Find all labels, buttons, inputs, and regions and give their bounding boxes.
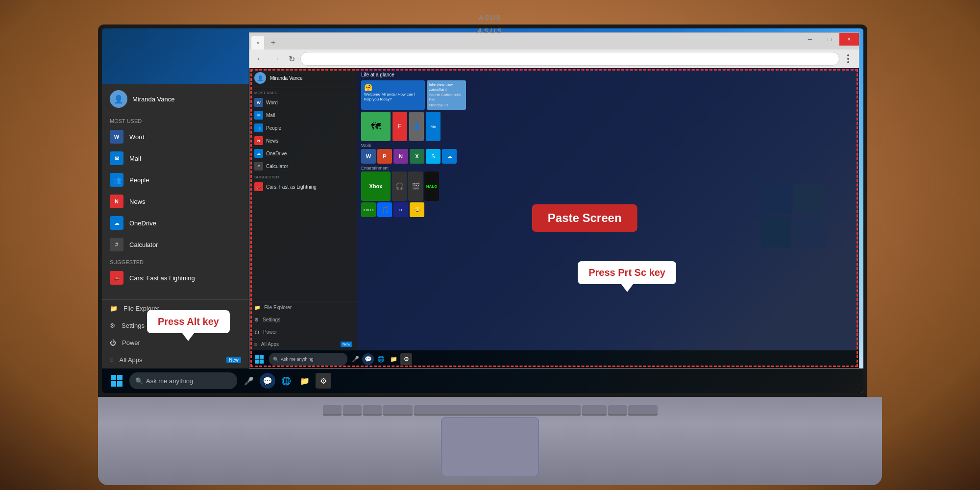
press-prt-sc-text: Press Prt Sc key [588, 267, 665, 278]
browser-content: 👤 Miranda Vance Most used W Word ✉ Mail … [249, 68, 859, 368]
laptop-screen-frame: 🔍 Ask me anything 🎤 💬 🌐 📁 ⚙ 👤 Miranda Va… [98, 24, 867, 397]
suggested-label: Suggested [102, 255, 249, 267]
forward-button[interactable]: → [269, 52, 283, 66]
inner-all-apps[interactable]: ≡All Apps New [249, 338, 357, 350]
taskbar-store-btn[interactable]: ⚙ [316, 373, 331, 389]
refresh-button[interactable]: ↻ [285, 52, 298, 66]
user-avatar: 👤 [110, 90, 127, 108]
active-tab[interactable]: × [251, 36, 264, 49]
maximize-button[interactable]: □ [820, 33, 839, 46]
paste-screen-button[interactable]: Paste Screen [532, 204, 637, 232]
skype-tile[interactable]: S [426, 149, 441, 164]
maps-tile[interactable]: 🗺 [361, 112, 391, 141]
inner-store-btn[interactable]: ⚙ [400, 353, 412, 365]
excel-tile[interactable]: X [410, 149, 424, 164]
key-ctrl-l[interactable] [343, 405, 362, 416]
mail-icon: ✉ [110, 151, 123, 165]
press-prt-sc-callout: Press Prt Sc key [578, 261, 676, 284]
svg-rect-4 [255, 355, 259, 359]
inner-item-people[interactable]: 👥 People [249, 122, 357, 134]
start-item-mail[interactable]: ✉ Mail [102, 147, 249, 169]
inner-item-calculator[interactable]: # Calculator [249, 160, 357, 172]
browser-tabs-row: ─ □ × × + [249, 33, 859, 49]
calculator-icon: # [110, 238, 123, 251]
windows-start-icon [111, 375, 122, 387]
start-item-news[interactable]: N News [102, 191, 249, 212]
music-tile[interactable]: 🎧 [392, 172, 407, 201]
onenote-tile[interactable]: N [393, 149, 408, 164]
shazam-tile[interactable]: 🎵 [377, 202, 392, 217]
start-button[interactable] [106, 370, 127, 392]
inner-file-explorer[interactable]: 📁File Explorer [249, 301, 357, 314]
films-tile[interactable]: 🎬 [408, 172, 423, 201]
onedrive-tile[interactable]: ☁ [442, 149, 457, 164]
taskbar-files-btn[interactable]: 📁 [297, 373, 313, 389]
settings-label: Settings [122, 322, 145, 329]
trackpad[interactable] [441, 417, 539, 476]
inner-files-btn[interactable]: 📁 [388, 353, 399, 365]
halo-tile[interactable]: HALO [424, 172, 439, 201]
inner-settings[interactable]: ⚙Settings [249, 314, 357, 326]
inner-edge-btn[interactable]: 🌐 [375, 353, 387, 365]
address-bar[interactable] [300, 52, 839, 66]
key-alt-r[interactable] [582, 405, 607, 416]
inner-suggested-label: Suggested [249, 172, 357, 180]
settings-icon: ⚙ [110, 322, 116, 329]
cortana-tile[interactable]: 🤗 Welcome Miranda! How can I help you to… [361, 80, 425, 110]
disney-tile[interactable]: D [393, 202, 408, 217]
start-item-onedrive[interactable]: ☁ OneDrive [102, 212, 249, 234]
inner-chat-btn[interactable]: 💬 [362, 353, 374, 365]
tab-close-icon[interactable]: × [256, 40, 259, 46]
key-menu[interactable] [608, 405, 627, 416]
back-button[interactable]: ← [253, 52, 267, 66]
onedrive-label: OneDrive [129, 220, 156, 227]
browser-menu-button[interactable] [841, 52, 855, 66]
key-ctrl-r[interactable] [628, 405, 658, 416]
word-label: Word [129, 133, 145, 141]
taskbar-chat-btn[interactable]: 💬 [260, 373, 275, 389]
start-power[interactable]: ⏻ Power [102, 334, 249, 351]
start-item-calculator[interactable]: # Calculator [102, 234, 249, 255]
key-space[interactable] [414, 405, 581, 416]
word-tile[interactable]: W [361, 149, 376, 164]
inner-item-news[interactable]: N News [249, 134, 357, 147]
flipboard-tile[interactable]: F [392, 112, 407, 141]
inner-power[interactable]: ⏻Power [249, 326, 357, 338]
key-fn[interactable] [323, 405, 342, 416]
svg-rect-1 [117, 375, 122, 380]
start-item-word[interactable]: W Word [102, 126, 249, 147]
taskbar-search-box[interactable]: 🔍 Ask me anything [129, 372, 237, 389]
xbox-green-tile[interactable]: XBOX [361, 202, 376, 217]
interview-text: Interview new consultant [429, 82, 464, 93]
inner-item-mail[interactable]: ✉ Mail [249, 109, 357, 122]
taskbar-mic-btn[interactable]: 🎤 [241, 373, 257, 389]
inner-item-onedrive[interactable]: ☁ OneDrive [249, 147, 357, 160]
inner-mic-btn[interactable]: 🎤 [349, 353, 361, 365]
inner-news-label: News [266, 138, 278, 144]
minion-tile[interactable]: 😊 [410, 202, 424, 217]
interview-tile[interactable]: Interview new consultant Fourth Coffee 4… [427, 80, 466, 110]
minimize-button[interactable]: ─ [800, 33, 820, 46]
me-tile[interactable]: Me [426, 112, 441, 141]
inner-start-btn[interactable] [251, 351, 267, 367]
start-all-apps[interactable]: ≡ All Apps New [102, 351, 249, 368]
svg-rect-5 [260, 355, 264, 359]
all-apps-label: All Apps [120, 356, 143, 364]
powerpoint-tile[interactable]: P [377, 149, 392, 164]
news-icon: N [110, 195, 123, 208]
start-item-people[interactable]: 👥 People [102, 169, 249, 191]
inner-cars-label: Cars: Fast as Lightning [266, 184, 317, 190]
taskbar-edge-btn[interactable]: 🌐 [278, 373, 294, 389]
cars-icon: 🚗 [110, 271, 123, 285]
person-tile[interactable]: 👤 [409, 112, 424, 141]
inner-item-word[interactable]: W Word [249, 96, 357, 109]
inner-item-cars[interactable]: 🚗 Cars: Fast as Lightning [249, 180, 357, 193]
key-win[interactable] [363, 405, 382, 416]
key-alt-l[interactable] [383, 405, 413, 416]
start-item-cars[interactable]: 🚗 Cars: Fast as Lightning [102, 267, 249, 289]
new-tab-button[interactable]: + [266, 36, 280, 49]
close-button[interactable]: × [839, 33, 859, 46]
all-apps-icon: ≡ [110, 356, 114, 364]
xbox-tile[interactable]: Xbox [361, 172, 391, 201]
inner-search-box[interactable]: 🔍 Ask me anything [269, 353, 347, 366]
